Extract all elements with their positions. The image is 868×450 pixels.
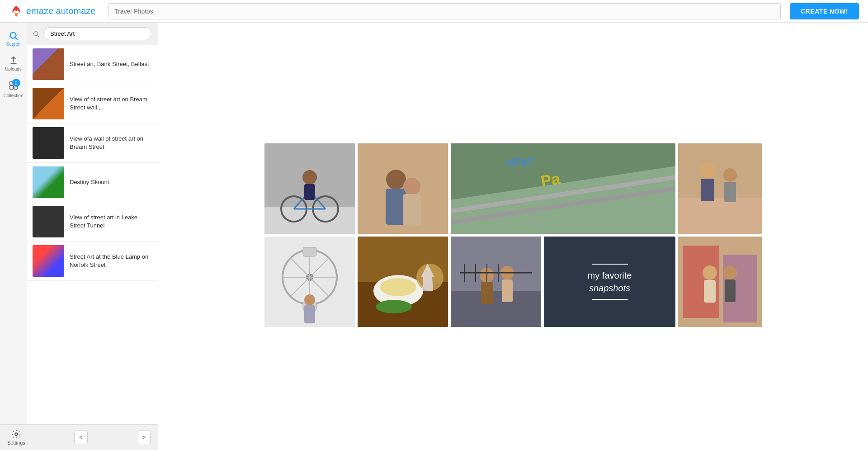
list-item[interactable]: View ofa wall of street art on Bream Str… [27, 123, 158, 163]
grid-cell-snapshots-card[interactable]: my favorite snapshots [544, 237, 675, 327]
street-people-illustration [678, 143, 762, 234]
settings-gear-icon [11, 429, 21, 439]
search-input-icon [33, 30, 40, 38]
emaze-logo-icon [9, 4, 24, 19]
svg-line-1 [15, 38, 18, 40]
svg-rect-17 [304, 184, 315, 200]
search-input-wrapper [27, 23, 158, 45]
grid-row-2: my favorite snapshots [264, 237, 762, 327]
search-label: Search [6, 42, 21, 47]
graffiti-stairs-illustration: Pa dPk7 [451, 143, 675, 234]
photo-grid: Pa dPk7 [264, 143, 762, 330]
street-couple-illustration [678, 237, 762, 327]
grid-cell-food[interactable] [358, 237, 448, 327]
svg-rect-58 [502, 279, 513, 302]
result-title: View of of street art on Bream Street wa… [70, 95, 152, 112]
sidebar-icon-column: Search Uploads [0, 23, 27, 424]
search-icon [9, 31, 19, 41]
logo: emaze automaze [9, 4, 99, 19]
uploads-label: Uploads [5, 66, 22, 71]
main-layout: Search Uploads [0, 23, 868, 450]
svg-rect-69 [704, 280, 716, 303]
snapshots-line1: my favorite [588, 269, 632, 282]
couple-portrait-illustration [358, 143, 448, 234]
svg-rect-34 [724, 182, 736, 202]
svg-point-70 [723, 266, 737, 279]
result-title: Street Art at the Blue Lamp on Norfolk S… [70, 253, 152, 269]
grid-row-1: Pa dPk7 [264, 143, 762, 234]
svg-point-16 [302, 170, 317, 185]
result-thumbnail [33, 206, 64, 237]
svg-point-44 [304, 294, 315, 305]
sidebar-item-collection[interactable]: 0 Collection [2, 77, 25, 102]
logo-text: emaze automaze [26, 6, 95, 16]
svg-rect-42 [303, 247, 316, 256]
svg-rect-32 [701, 179, 714, 201]
grid-cell-street-walk[interactable] [451, 237, 541, 327]
svg-point-19 [386, 170, 406, 189]
man-bike-illustration [264, 143, 355, 234]
svg-point-68 [703, 265, 717, 280]
result-thumbnail [33, 48, 64, 80]
sidebar-item-search[interactable]: Search [2, 27, 25, 50]
svg-rect-4 [9, 86, 13, 89]
list-item[interactable]: View of street art in Leake Street Tunne… [27, 202, 158, 242]
result-title: Destiny Skount [70, 178, 109, 186]
svg-text:Pa: Pa [539, 169, 561, 189]
svg-rect-30 [678, 198, 762, 234]
collection-icon-wrap: 0 [9, 81, 19, 92]
grid-cell-street-people[interactable] [678, 143, 762, 234]
svg-point-21 [403, 178, 420, 195]
settings-button[interactable]: Settings [7, 429, 25, 445]
grid-cell-couple-portrait[interactable] [358, 143, 448, 234]
ferris-wheel-illustration [264, 237, 355, 327]
snapshots-divider-bottom [592, 299, 628, 300]
list-item[interactable]: Destiny Skount [27, 163, 158, 202]
result-thumbnail [33, 245, 64, 277]
svg-rect-56 [481, 282, 493, 304]
svg-point-8 [15, 433, 18, 436]
list-item[interactable]: Street Art at the Blue Lamp on Norfolk S… [27, 242, 158, 281]
street-walk-illustration [451, 237, 541, 327]
svg-rect-71 [725, 279, 736, 302]
search-input[interactable] [43, 27, 152, 40]
result-title: View of street art in Leake Street Tunne… [70, 213, 152, 230]
next-button[interactable]: > [137, 431, 151, 444]
svg-rect-10 [264, 207, 355, 234]
prev-button[interactable]: < [74, 431, 88, 444]
svg-point-6 [34, 31, 38, 35]
sidebar-wrapper: Search Uploads [0, 23, 158, 424]
grid-cell-man-bike[interactable] [264, 143, 355, 234]
settings-label: Settings [7, 440, 25, 445]
svg-text:dPk7: dPk7 [507, 156, 533, 168]
create-now-button[interactable]: CREATE NOW! [790, 3, 859, 19]
sidebar: Search Uploads [0, 23, 158, 450]
grid-cell-graffiti-stairs[interactable]: Pa dPk7 [451, 143, 675, 234]
result-thumbnail [33, 166, 64, 198]
results-list: Street art, Bank Street, Belfast View of… [27, 45, 158, 424]
svg-point-51 [376, 300, 412, 313]
snapshots-divider-top [592, 264, 628, 265]
svg-rect-54 [451, 291, 541, 327]
svg-line-7 [38, 35, 39, 37]
sidebar-bottom: Settings < > [0, 424, 158, 450]
result-title: Street art, Bank Street, Belfast [70, 60, 149, 68]
search-panel: Street art, Bank Street, Belfast View of… [27, 23, 158, 424]
result-thumbnail [33, 127, 64, 159]
content-area: Pa dPk7 [158, 23, 868, 450]
svg-rect-22 [403, 194, 421, 226]
grid-cell-street-couple[interactable] [678, 237, 762, 327]
svg-point-0 [10, 33, 16, 38]
list-item[interactable]: View of of street art on Bream Street wa… [27, 84, 158, 123]
grid-cell-ferris-wheel[interactable] [264, 237, 355, 327]
svg-point-31 [699, 162, 716, 179]
svg-point-33 [723, 168, 737, 182]
snapshots-line2: snapshots [589, 282, 630, 294]
collection-label: Collection [4, 93, 24, 98]
sidebar-item-uploads[interactable]: Uploads [2, 52, 25, 75]
list-item[interactable]: Street art, Bank Street, Belfast [27, 45, 158, 84]
result-title: View ofa wall of street art on Bream Str… [70, 135, 152, 151]
collection-badge: 0 [12, 79, 20, 87]
food-illustration [358, 237, 448, 327]
top-search-input[interactable] [108, 3, 781, 19]
